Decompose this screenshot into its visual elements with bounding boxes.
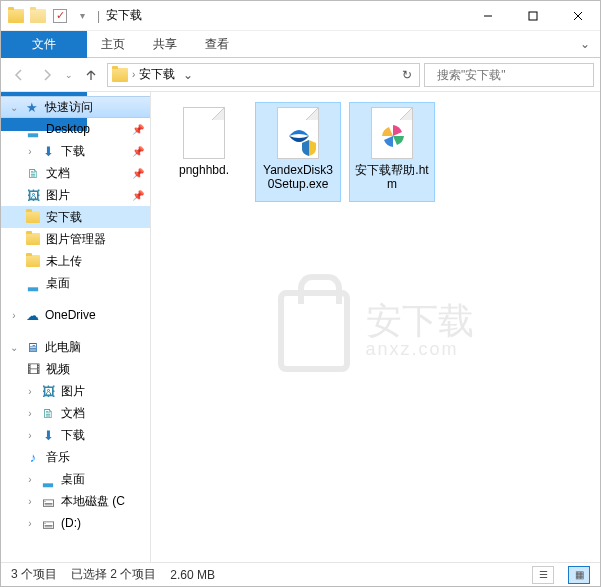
pinwheel-icon (380, 123, 406, 149)
tab-share[interactable]: 共享 (139, 31, 191, 57)
nav-picmanager[interactable]: 图片管理器 (1, 228, 150, 250)
file-item[interactable]: pnghhbd. (161, 102, 247, 202)
nav-pictures[interactable]: 🖼图片📌 (1, 184, 150, 206)
address-dropdown[interactable]: ⌄ (179, 68, 197, 82)
nav-notuploaded[interactable]: 未上传 (1, 250, 150, 272)
window-title: 安下载 (106, 7, 142, 24)
app-icon (7, 7, 25, 25)
nav-downloads2[interactable]: ›⬇下载 (1, 424, 150, 446)
file-label: YandexDisk30Setup.exe (260, 163, 336, 191)
qat-properties[interactable] (29, 7, 47, 25)
nav-videos[interactable]: 🎞视频 (1, 358, 150, 380)
title-separator: | (97, 9, 100, 23)
nav-anxiazai[interactable]: 安下载 (1, 206, 150, 228)
nav-localdisk[interactable]: ›🖴本地磁盘 (C (1, 490, 150, 512)
pin-icon: 📌 (132, 124, 144, 135)
maximize-button[interactable] (510, 1, 555, 31)
file-item[interactable]: 安下载帮助.htm (349, 102, 435, 202)
close-button[interactable] (555, 1, 600, 31)
breadcrumb[interactable]: › 安下载 ⌄ ↻ (107, 63, 420, 87)
expand-ribbon-button[interactable]: ⌄ (570, 31, 600, 57)
status-size: 2.60 MB (170, 568, 215, 582)
nav-desktop[interactable]: ▂Desktop📌 (1, 118, 150, 140)
chevron-right-icon: › (132, 69, 135, 80)
file-list[interactable]: pnghhbd. YandexDisk30Setup.exe (151, 92, 600, 562)
svg-rect-1 (529, 12, 537, 20)
up-button[interactable] (79, 63, 103, 87)
ribbon-tabs: 文件 主页 共享 查看 ⌄ (1, 31, 600, 58)
forward-button[interactable] (35, 63, 59, 87)
tab-view[interactable]: 查看 (191, 31, 243, 57)
pin-icon: 📌 (132, 168, 144, 179)
file-label: 安下载帮助.htm (354, 163, 430, 191)
tab-home[interactable]: 主页 (87, 31, 139, 57)
qat-check[interactable]: ✓ (51, 7, 69, 25)
qat-overflow[interactable]: ▾ (73, 7, 91, 25)
folder-icon (112, 67, 128, 83)
uac-shield-icon (302, 140, 316, 156)
search-box[interactable] (424, 63, 594, 87)
search-input[interactable] (437, 68, 587, 82)
file-label: pnghhbd. (179, 163, 229, 177)
back-button[interactable] (7, 63, 31, 87)
status-count: 3 个项目 (11, 566, 57, 583)
nav-downloads[interactable]: ›⬇下载📌 (1, 140, 150, 162)
nav-music[interactable]: ♪音乐 (1, 446, 150, 468)
watermark: 安下载anxz.com (278, 290, 474, 372)
address-bar: ⌄ › 安下载 ⌄ ↻ (1, 58, 600, 92)
pin-icon: 📌 (132, 146, 144, 157)
nav-thispc[interactable]: ⌄🖥此电脑 (1, 336, 150, 358)
navigation-pane: ⌄★快速访问 ▂Desktop📌 ›⬇下载📌 🗎文档📌 🖼图片📌 安下载 图片管… (1, 92, 151, 562)
nav-quick-access[interactable]: ⌄★快速访问 (1, 96, 150, 118)
nav-drive-d[interactable]: ›🖴(D:) (1, 512, 150, 534)
file-item[interactable]: YandexDisk30Setup.exe (255, 102, 341, 202)
history-dropdown[interactable]: ⌄ (63, 70, 75, 80)
nav-onedrive[interactable]: ›☁OneDrive (1, 304, 150, 326)
nav-pictures2[interactable]: ›🖼图片 (1, 380, 150, 402)
nav-documents[interactable]: 🗎文档📌 (1, 162, 150, 184)
view-icons-button[interactable]: ▦ (568, 566, 590, 584)
breadcrumb-segment[interactable]: 安下载 (139, 66, 175, 83)
status-bar: 3 个项目 已选择 2 个项目 2.60 MB ☰ ▦ (1, 562, 600, 586)
pin-icon: 📌 (132, 190, 144, 201)
status-selected: 已选择 2 个项目 (71, 566, 156, 583)
nav-documents2[interactable]: ›🗎文档 (1, 402, 150, 424)
nav-desktop2[interactable]: ▂桌面 (1, 272, 150, 294)
view-details-button[interactable]: ☰ (532, 566, 554, 584)
refresh-button[interactable]: ↻ (399, 68, 415, 82)
title-bar: ✓ ▾ | 安下载 (1, 1, 600, 31)
nav-desktop3[interactable]: ›▂桌面 (1, 468, 150, 490)
minimize-button[interactable] (465, 1, 510, 31)
